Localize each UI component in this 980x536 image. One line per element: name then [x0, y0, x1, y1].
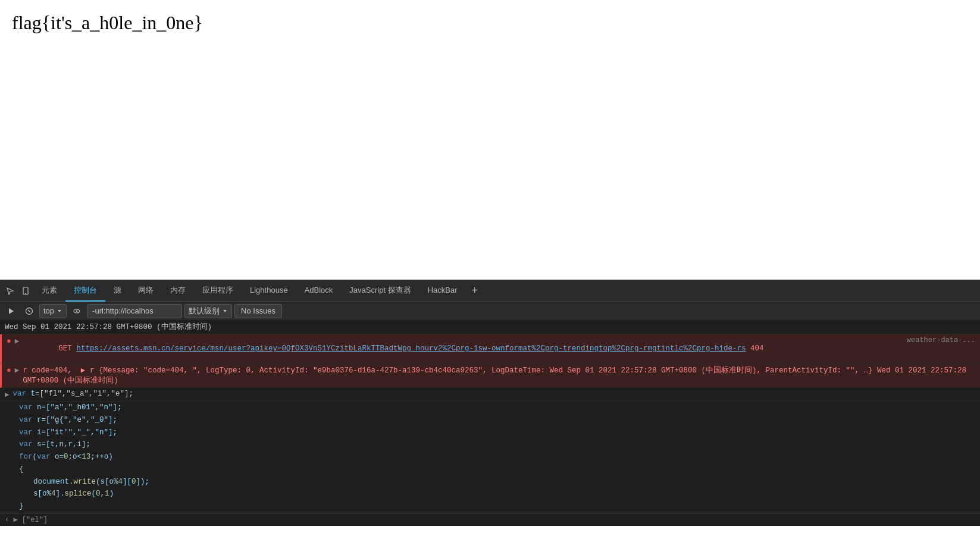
timestamp-text: Wed Sep 01 2021 22:57:28 GMT+0800 (中国标准时…	[5, 322, 975, 332]
console-timestamp-line: Wed Sep 01 2021 22:57:28 GMT+0800 (中国标准时…	[0, 320, 980, 334]
tab-network[interactable]: 网络	[130, 280, 162, 302]
tab-adblock[interactable]: AdBlock	[296, 280, 342, 302]
code-block-n: var n=["a","_h01","n"];	[0, 402, 980, 414]
context-label: top	[43, 306, 54, 315]
svg-marker-5	[58, 310, 61, 312]
devtools-tab-bar: 元素 控制台 源 网络 内存 应用程序 Lighthouse AdBlock J…	[0, 280, 980, 301]
cursor-icon[interactable]	[2, 283, 18, 299]
issues-label: No Issues	[241, 306, 275, 315]
error-get-text: GET https://assets.msn.cn/service/msn/us…	[23, 336, 900, 361]
code-block-s: var s=[t,n,r,i];	[0, 438, 980, 451]
error-circle-icon-2: ●	[7, 366, 11, 375]
tab-application[interactable]: 应用程序	[194, 280, 242, 302]
eye-icon[interactable]	[69, 303, 84, 319]
error-circle-icon: ●	[7, 337, 11, 346]
devtools-bottom-bar: ‹ ▶ ["el"]	[0, 513, 980, 526]
page-content: flag{it's_a_h0le_in_0ne}	[0, 0, 980, 280]
error-source-right: weather-data-...	[901, 336, 975, 344]
devtools-panel: 元素 控制台 源 网络 内存 应用程序 Lighthouse AdBlock J…	[0, 280, 980, 526]
page-title: flag{it's_a_h0le_in_0ne}	[12, 12, 203, 34]
console-code-var-t: ▶ var t=["fl","s_a","i","e"];	[0, 388, 980, 402]
level-selector[interactable]: 默认级别	[184, 304, 232, 318]
add-tab-button[interactable]: +	[466, 284, 484, 297]
error-detail-text: r code=404, ▶ r {Message: "code=404, ", …	[23, 365, 975, 385]
svg-line-4	[28, 310, 30, 312]
devtools-toolbar: top 默认级别 No Issues	[0, 301, 980, 320]
expand-arrow-icon[interactable]: ▶	[15, 336, 20, 346]
tab-js-profiler[interactable]: JavaScript 探查器	[341, 280, 419, 302]
svg-point-7	[76, 310, 78, 312]
code-var-t-text: var t=["fl","s_a","i","e"];	[13, 390, 975, 398]
code-block-for: for(var o=0;o<13;++o)	[0, 451, 980, 463]
devtools-console: Wed Sep 01 2021 22:57:28 GMT+0800 (中国标准时…	[0, 320, 980, 513]
error-url-link[interactable]: https://assets.msn.cn/service/msn/user?a…	[76, 344, 746, 353]
tab-elements[interactable]: 元素	[33, 280, 65, 302]
code-block-write: document.write(s[o%4][0]);	[0, 476, 980, 488]
stop-icon[interactable]	[21, 303, 37, 319]
code-block-brace-close: }	[0, 500, 980, 513]
issues-button[interactable]: No Issues	[234, 304, 282, 318]
context-selector[interactable]: top	[39, 304, 67, 318]
bottom-text: ‹ ▶ ["el"]	[5, 515, 48, 524]
console-error-get: ● ▶ GET https://assets.msn.cn/service/ms…	[0, 334, 980, 363]
code-block-brace-open: {	[0, 463, 980, 476]
tab-sources[interactable]: 源	[105, 280, 130, 302]
tab-hackbar[interactable]: HackBar	[419, 280, 466, 302]
svg-marker-8	[223, 310, 227, 312]
console-error-detail: ● ▶ r code=404, ▶ r {Message: "code=404,…	[0, 363, 980, 388]
tab-lighthouse[interactable]: Lighthouse	[242, 280, 296, 302]
svg-marker-2	[9, 308, 14, 314]
code-block-splice: s[o%4].splice(0,1)	[0, 488, 980, 500]
console-filter-input[interactable]	[87, 304, 182, 318]
tab-console[interactable]: 控制台	[65, 280, 105, 302]
expand-arrow-icon-3[interactable]: ▶	[5, 390, 10, 399]
mobile-icon[interactable]	[18, 283, 33, 299]
code-block-r: var r=["g{","e","_0"];	[0, 414, 980, 427]
run-icon[interactable]	[4, 303, 19, 319]
code-block-i: var i=["it'","_","n"];	[0, 427, 980, 439]
tab-memory[interactable]: 内存	[162, 280, 194, 302]
expand-arrow-icon-2[interactable]: ▶	[15, 365, 20, 375]
level-label: 默认级别	[189, 306, 220, 316]
